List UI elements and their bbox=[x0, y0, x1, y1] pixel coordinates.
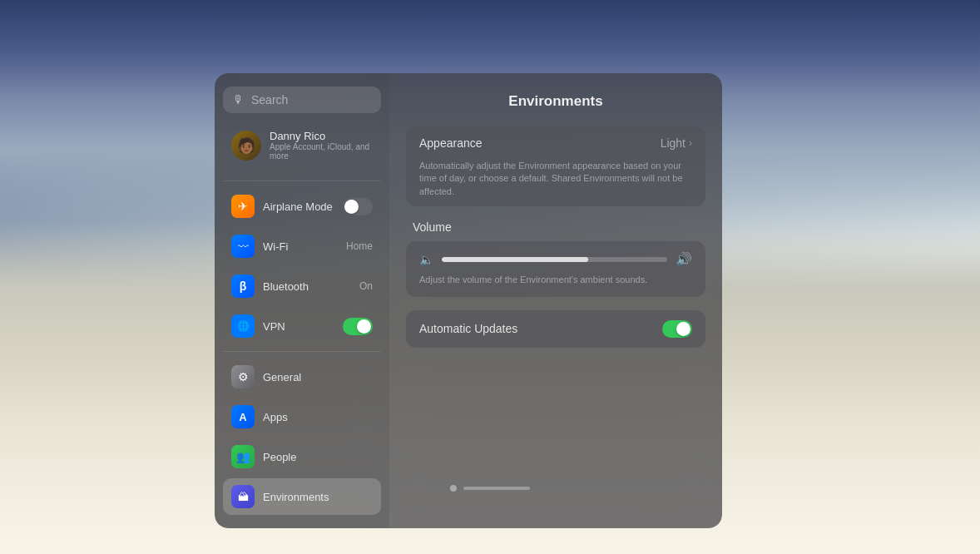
automatic-updates-card: Automatic Updates bbox=[406, 310, 705, 348]
divider-1 bbox=[223, 181, 381, 181]
search-bar[interactable]: 🎙 bbox=[223, 87, 381, 113]
volume-card: 🔈 🔊 Adjust the volume of the Environment… bbox=[406, 241, 705, 296]
airplane-mode-label: Airplane Mode bbox=[263, 200, 333, 213]
vpn-toggle[interactable] bbox=[343, 318, 373, 335]
wifi-value: Home bbox=[346, 240, 373, 252]
airplane-mode-toggle[interactable] bbox=[343, 198, 373, 215]
divider-2 bbox=[223, 351, 381, 352]
vpn-label: VPN bbox=[263, 320, 285, 333]
automatic-updates-row: Automatic Updates bbox=[406, 310, 705, 348]
scroll-bar[interactable] bbox=[463, 487, 530, 490]
airplane-icon: ✈ bbox=[231, 195, 255, 218]
user-profile[interactable]: 🧑🏾 Danny Rico Apple Account, iCloud, and… bbox=[223, 123, 381, 167]
wifi-icon: 〰 bbox=[231, 235, 255, 258]
people-label: People bbox=[263, 451, 296, 463]
settings-container: 🎙 🧑🏾 Danny Rico Apple Account, iCloud, a… bbox=[215, 73, 722, 528]
volume-slider-fill bbox=[442, 257, 588, 262]
scroll-indicator bbox=[450, 485, 530, 492]
appearance-row[interactable]: Appearance Light › bbox=[406, 126, 705, 160]
volume-high-icon: 🔊 bbox=[676, 251, 692, 267]
appearance-chevron: › bbox=[689, 137, 692, 149]
general-label: General bbox=[263, 371, 301, 383]
sidebar-item-general[interactable]: ⚙ General bbox=[223, 359, 381, 395]
sidebar: 🎙 🧑🏾 Danny Rico Apple Account, iCloud, a… bbox=[215, 73, 389, 528]
sidebar-item-airplane-mode[interactable]: ✈ Airplane Mode bbox=[223, 188, 381, 225]
appearance-value: Light › bbox=[661, 136, 692, 150]
volume-section: Volume 🔈 🔊 Adjust the volume of the Envi… bbox=[406, 220, 705, 296]
apps-icon: A bbox=[231, 405, 255, 428]
environments-icon: 🏔 bbox=[231, 485, 255, 508]
page-title: Environments bbox=[406, 93, 705, 110]
vpn-icon: 🌐 bbox=[231, 314, 255, 338]
user-subtitle: Apple Account, iCloud, and more bbox=[270, 142, 373, 161]
bluetooth-icon: β bbox=[231, 275, 255, 298]
apps-label: Apps bbox=[263, 411, 288, 423]
volume-section-label-wrap: Volume bbox=[406, 220, 705, 241]
general-icon: ⚙ bbox=[231, 365, 255, 388]
sidebar-item-bluetooth[interactable]: β Bluetooth On bbox=[223, 268, 381, 304]
user-info: Danny Rico Apple Account, iCloud, and mo… bbox=[270, 130, 373, 161]
appearance-card: Appearance Light › Automatically adjust … bbox=[406, 126, 705, 206]
search-input[interactable] bbox=[251, 93, 371, 106]
avatar: 🧑🏾 bbox=[231, 131, 261, 161]
environments-label: Environments bbox=[263, 491, 329, 503]
main-content: Environments Appearance Light › Automati… bbox=[389, 73, 722, 528]
volume-low-icon: 🔈 bbox=[419, 253, 433, 266]
sidebar-item-vpn[interactable]: 🌐 VPN bbox=[223, 308, 381, 344]
mic-icon: 🎙 bbox=[233, 93, 245, 106]
volume-description: Adjust the volume of the Environment's a… bbox=[419, 274, 692, 286]
automatic-updates-toggle[interactable] bbox=[662, 320, 692, 338]
sidebar-item-environments[interactable]: 🏔 Environments bbox=[223, 478, 381, 515]
scroll-dot bbox=[450, 485, 457, 492]
automatic-updates-label: Automatic Updates bbox=[419, 322, 662, 335]
people-icon: 👥 bbox=[231, 445, 255, 468]
appearance-label: Appearance bbox=[419, 136, 661, 150]
wifi-label: Wi-Fi bbox=[263, 240, 288, 253]
volume-slider-row: 🔈 🔊 bbox=[419, 251, 692, 267]
user-name: Danny Rico bbox=[270, 130, 373, 142]
volume-slider-track[interactable] bbox=[442, 257, 667, 262]
volume-section-label: Volume bbox=[409, 220, 455, 234]
sidebar-item-people[interactable]: 👥 People bbox=[223, 438, 381, 475]
bluetooth-label: Bluetooth bbox=[263, 280, 309, 293]
bluetooth-value: On bbox=[359, 280, 373, 292]
appearance-description: Automatically adjust the Environment app… bbox=[406, 160, 705, 206]
sidebar-item-apps[interactable]: A Apps bbox=[223, 398, 381, 435]
sidebar-item-wifi[interactable]: 〰 Wi-Fi Home bbox=[223, 228, 381, 265]
